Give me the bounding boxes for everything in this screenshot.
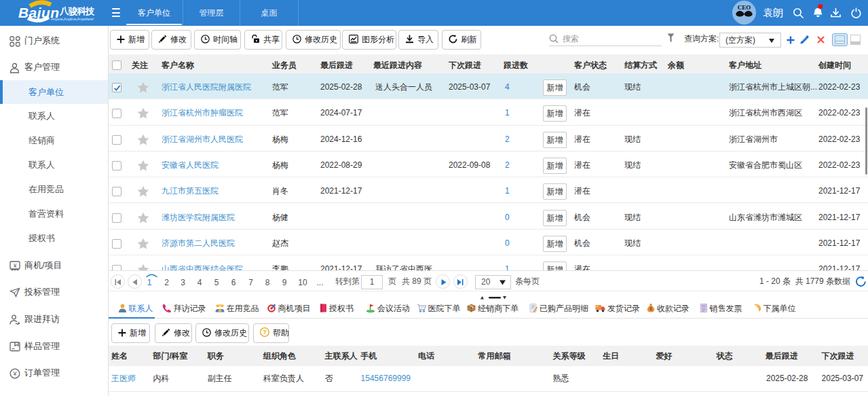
svg-text:¥: ¥ bbox=[13, 262, 17, 269]
svg-text:?: ? bbox=[263, 329, 267, 336]
svg-text:$: $ bbox=[649, 306, 652, 312]
svg-text:¥: ¥ bbox=[12, 370, 17, 377]
svg-text:CEO: CEO bbox=[738, 4, 751, 11]
